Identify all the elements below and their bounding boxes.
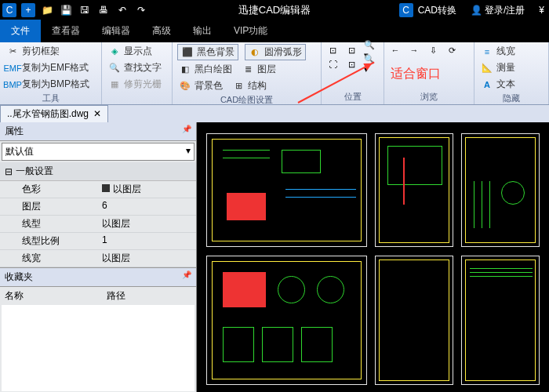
tab-editor[interactable]: 编辑器 (91, 20, 141, 42)
group-hide-label: 隐藏 (479, 92, 544, 104)
tab-vip[interactable]: VIP功能 (223, 20, 278, 42)
text-button[interactable]: A文本 (479, 77, 544, 92)
tab-advanced[interactable]: 高级 (141, 20, 182, 42)
cad-convert-button[interactable]: CCAD转换 (392, 2, 461, 19)
rotate-icon[interactable]: ⟳ (445, 44, 458, 56)
group-pos-label: 位置 (326, 90, 379, 103)
layer-button[interactable]: ≣图层 (240, 62, 278, 77)
general-settings-header[interactable]: ⊟一般设置 (0, 162, 196, 181)
redo-icon[interactable]: ↷ (134, 3, 148, 17)
close-tab-icon[interactable]: ✕ (93, 108, 101, 119)
pos-icon-4[interactable]: ⊡ (345, 58, 358, 71)
favorites-columns: 名称路径 (0, 287, 196, 305)
struct-button[interactable]: ⊞结构 (231, 78, 268, 93)
drawing-canvas[interactable] (197, 122, 549, 392)
bw-draw-button[interactable]: ◧黑白绘图 (177, 62, 234, 77)
properties-header: 属性📌 (0, 122, 196, 141)
measure-button[interactable]: 📐测量 (479, 60, 544, 75)
prop-row: 线型比例1 (0, 233, 196, 250)
new-icon[interactable]: + (21, 3, 35, 17)
default-combo[interactable]: 默认值▾ (2, 143, 195, 161)
nav-down-icon[interactable]: ⇩ (427, 44, 439, 56)
app-logo-icon: C (2, 3, 16, 17)
favorites-header: 收藏夹📌 (0, 268, 196, 287)
chevron-down-icon: ▾ (186, 145, 191, 158)
group-tools-label: 工具 (5, 92, 96, 104)
undo-icon[interactable]: ↶ (115, 3, 129, 17)
smooth-arc-button[interactable]: ◐圆滑弧形 (245, 44, 306, 60)
show-point-button[interactable]: ◈显示点 (107, 44, 167, 59)
nav-right-icon[interactable]: → (408, 44, 420, 56)
tab-viewer[interactable]: 查看器 (41, 20, 91, 42)
main-tabs: 文件 查看器 编辑器 高级 输出 VIP功能 (0, 20, 549, 42)
trim-raster-button[interactable]: ▦修剪光栅 (107, 77, 167, 92)
pin-icon[interactable]: 📌 (182, 270, 191, 284)
prop-row: 线型以图层 (0, 216, 196, 233)
tab-file[interactable]: 文件 (0, 20, 41, 42)
open-icon[interactable]: 📁 (40, 3, 54, 17)
fit-window-button[interactable]: ⛶ (326, 58, 339, 71)
clip-frame-button[interactable]: ✂剪切框架 (5, 44, 96, 59)
favorites-list[interactable] (2, 305, 195, 391)
pin-icon[interactable]: 📌 (182, 125, 191, 138)
linewidth-button[interactable]: ≡线宽 (479, 44, 544, 59)
group-browse-label: 浏览 (389, 90, 469, 103)
copy-emf-button[interactable]: EMF复制为EMF格式 (5, 60, 96, 75)
currency-button[interactable]: ¥ (534, 3, 549, 17)
group-cad-label: CAD绘图设置 (177, 93, 316, 106)
document-tab[interactable]: ..尾水管钢筋图.dwg✕ (0, 105, 108, 123)
prop-row: 图层6 (0, 198, 196, 216)
copy-bmp-button[interactable]: BMP复制为BMP格式 (5, 77, 96, 92)
save-icon[interactable]: 💾 (59, 3, 73, 17)
prop-row: 色彩■以图层以图层 (0, 181, 196, 198)
nav-left-icon[interactable]: ← (389, 44, 402, 56)
black-bg-button[interactable]: ⬛黑色背景 (177, 44, 238, 60)
bgcolor-button[interactable]: 🎨背景色 (177, 78, 224, 93)
ribbon: ✂剪切框架 EMF复制为EMF格式 BMP复制为BMP格式 工具 ◈显示点 🔍查… (0, 42, 549, 105)
login-button[interactable]: 👤登录/注册 (466, 2, 529, 19)
app-title: 迅捷CAD编辑器 (238, 3, 311, 17)
prop-row: 线宽以图层 (0, 250, 196, 267)
pos-icon-1[interactable]: ⊡ (326, 44, 339, 56)
print-icon[interactable]: 🖶 (96, 3, 111, 17)
find-text-button[interactable]: 🔍查找文字 (107, 60, 167, 75)
pos-icon-2[interactable]: ⊡ (345, 44, 358, 56)
saveas-icon[interactable]: 🖫 (78, 3, 92, 17)
tab-output[interactable]: 输出 (182, 20, 223, 42)
callout-label: 适合窗口 (391, 66, 441, 82)
